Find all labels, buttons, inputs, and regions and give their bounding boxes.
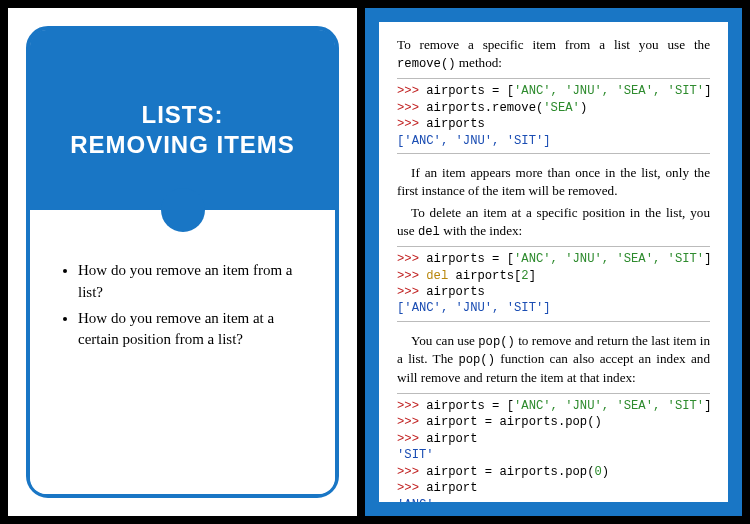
text: If an item appears more than once in the…	[397, 165, 710, 198]
code: airport	[426, 432, 477, 446]
code: ]	[529, 269, 536, 283]
code: airports	[426, 285, 485, 299]
code-block-1: >>> airports = ['ANC', 'JNU', 'SEA', 'SI…	[397, 78, 710, 154]
code: airport	[426, 481, 477, 495]
card-header: LISTS: REMOVING ITEMS	[30, 30, 335, 210]
card-content: To remove a specific item from a list yo…	[379, 22, 728, 516]
card-frame: LISTS: REMOVING ITEMS How do you remove …	[26, 26, 339, 498]
code: )	[602, 465, 609, 479]
prompt: >>>	[397, 285, 426, 299]
prompt: >>>	[397, 432, 426, 446]
prompt: >>>	[397, 415, 426, 429]
code: airports	[426, 117, 485, 131]
output: 'SIT'	[397, 448, 434, 462]
puzzle-notch-icon	[161, 188, 205, 232]
text: You can use	[411, 333, 478, 348]
prompt: >>>	[397, 117, 426, 131]
string-literal: 'SEA'	[543, 101, 580, 115]
inline-code: remove()	[397, 57, 456, 71]
output: ['ANC', 'JNU', 'SIT']	[397, 301, 551, 315]
code-block-3: >>> airports = ['ANC', 'JNU', 'SEA', 'SI…	[397, 393, 710, 516]
flashcard-back: To remove a specific item from a list yo…	[365, 8, 742, 516]
code: ]	[704, 399, 711, 413]
paragraph-4: You can use pop() to remove and return t…	[397, 332, 710, 387]
code: ]	[704, 252, 711, 266]
code: airports.remove(	[426, 101, 543, 115]
prompt: >>>	[397, 84, 426, 98]
title-line-2: REMOVING ITEMS	[40, 130, 325, 160]
code: airports = [	[426, 252, 514, 266]
prompt: >>>	[397, 399, 426, 413]
code: airport = airports.pop()	[426, 415, 602, 429]
string-literal: 'ANC', 'JNU', 'SEA', 'SIT'	[514, 252, 704, 266]
code: airports = [	[426, 399, 514, 413]
inline-code: pop()	[458, 353, 495, 367]
card-questions: How do you remove an item from a list? H…	[30, 210, 335, 494]
text: method:	[456, 55, 503, 70]
output: 'ANC'	[397, 498, 434, 512]
number-literal: 0	[594, 465, 601, 479]
list-item: How do you remove an item from a list?	[78, 260, 309, 304]
code: ]	[704, 84, 711, 98]
flashcard-front: LISTS: REMOVING ITEMS How do you remove …	[8, 8, 357, 516]
code: airport = airports.pop(	[426, 465, 594, 479]
output: ['ANC', 'JNU', 'SIT']	[397, 134, 551, 148]
question-list: How do you remove an item from a list? H…	[56, 260, 309, 351]
prompt: >>>	[397, 481, 426, 495]
keyword: del	[426, 269, 448, 283]
paragraph-2: If an item appears more than once in the…	[397, 164, 710, 200]
string-literal: 'ANC', 'JNU', 'SEA', 'SIT'	[514, 399, 704, 413]
list-item: How do you remove an item at a certain p…	[78, 308, 309, 352]
paragraph-1: To remove a specific item from a list yo…	[397, 36, 710, 72]
code: )	[580, 101, 587, 115]
string-literal: 'ANC', 'JNU', 'SEA', 'SIT'	[514, 84, 704, 98]
code-block-2: >>> airports = ['ANC', 'JNU', 'SEA', 'SI…	[397, 246, 710, 322]
text: To remove a specific item from a list yo…	[397, 37, 710, 52]
prompt: >>>	[397, 101, 426, 115]
prompt: >>>	[397, 465, 426, 479]
number-literal: 2	[521, 269, 528, 283]
title-line-1: LISTS:	[40, 100, 325, 130]
text: with the index:	[440, 223, 522, 238]
prompt: >>>	[397, 269, 426, 283]
prompt: >>>	[397, 252, 426, 266]
code: airports = [	[426, 84, 514, 98]
inline-code: pop()	[478, 335, 515, 349]
code: airports[	[448, 269, 521, 283]
inline-code: del	[418, 225, 440, 239]
paragraph-3: To delete an item at a specific position…	[397, 204, 710, 240]
